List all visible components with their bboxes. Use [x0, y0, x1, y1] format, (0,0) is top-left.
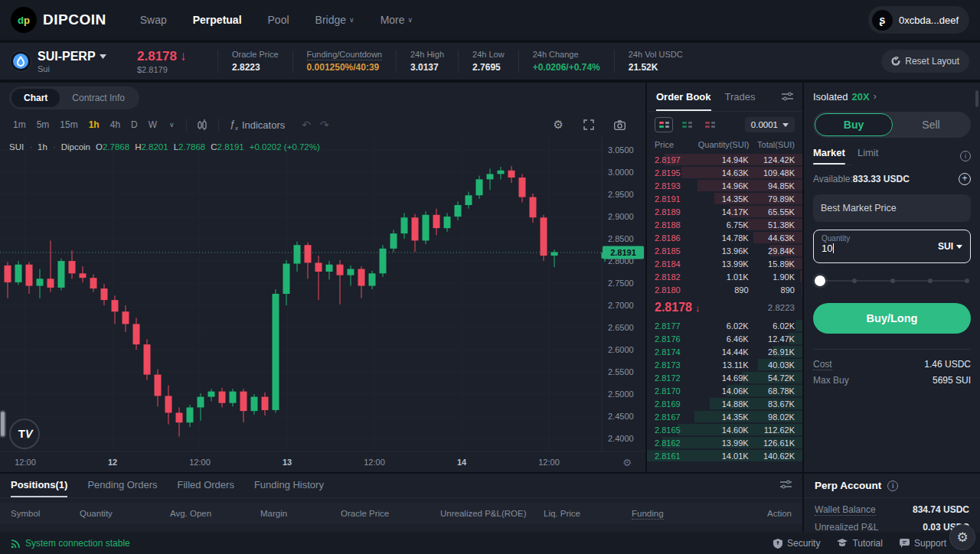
timeframe-1m[interactable]: 1m — [8, 117, 31, 132]
tradingview-logo[interactable]: T𝘝 — [9, 419, 40, 449]
leverage-value[interactable]: 20X — [852, 91, 870, 103]
indicators-button[interactable]: ƒx Indicators — [225, 116, 290, 133]
ask-row[interactable]: 2.81821.01K1.90K — [647, 270, 802, 283]
ask-row[interactable]: 2.818513.96K29.84K — [647, 244, 802, 257]
nav-item-swap[interactable]: Swap — [140, 14, 167, 26]
quantity-unit-dropdown[interactable]: SUI — [938, 241, 962, 252]
margin-mode[interactable]: Isolated — [813, 91, 848, 103]
bid-row[interactable]: 2.816114.01K140.62K — [647, 449, 802, 462]
positions-settings-icon[interactable] — [780, 478, 792, 497]
account-row-label: Unrealized P&L — [815, 522, 878, 532]
stat-value: 21.52K — [629, 62, 683, 73]
ask-row[interactable]: 2.819714.94K124.42K — [647, 153, 802, 166]
undo-icon[interactable]: ↶ — [302, 119, 311, 131]
chart-plot: 3.05003.00002.95002.90002.85002.80002.75… — [0, 136, 645, 472]
tab-funding-history[interactable]: Funding History — [254, 479, 324, 497]
ask-row[interactable]: 2.818413.99K15.89K — [647, 257, 802, 270]
timeframe-4h[interactable]: 4h — [105, 117, 126, 132]
tab-chart[interactable]: Chart — [11, 89, 60, 107]
ob-mode-asks-icon[interactable] — [701, 117, 719, 132]
wallet-button[interactable]: ʂ 0xcbda...deef — [868, 6, 969, 34]
axis-settings-gear-icon[interactable]: ⚙ — [622, 457, 632, 468]
top-nav: dp DIPCOIN SwapPerpetualPoolBridge∨More∨… — [0, 0, 980, 40]
buy-tab[interactable]: Buy — [815, 113, 893, 136]
slider-knob[interactable] — [815, 275, 825, 286]
tab-trades[interactable]: Trades — [725, 83, 756, 111]
leverage-chevron-icon[interactable]: › — [874, 91, 877, 102]
footer-link-security[interactable]: Security — [773, 538, 820, 549]
quantity-value: 10 — [822, 243, 832, 254]
fullscreen-icon[interactable] — [579, 118, 599, 132]
trade-panel-scrollbar[interactable] — [975, 90, 978, 107]
nav-item-pool[interactable]: Pool — [268, 14, 289, 26]
chart-drag-handle[interactable] — [0, 410, 6, 438]
nav-item-more[interactable]: More∨ — [381, 14, 413, 26]
bid-row[interactable]: 2.817414.44K26.91K — [647, 345, 802, 358]
footer-link-support[interactable]: Support — [900, 538, 946, 549]
bid-row[interactable]: 2.816914.88K83.67K — [647, 397, 802, 410]
brand-logo[interactable]: dp DIPCOIN — [11, 7, 106, 33]
order-book-panel: Order Book Trades 0.0001 PriceQuantity(S… — [647, 83, 802, 472]
timeframe-1h[interactable]: 1h — [83, 117, 105, 132]
quantity-slider[interactable] — [815, 275, 969, 286]
svg-text:13: 13 — [283, 458, 292, 467]
redo-icon[interactable]: ↷ — [320, 119, 329, 131]
ask-row[interactable]: 2.81886.75K51.38K — [647, 218, 802, 231]
ob-mode-both-icon[interactable] — [655, 117, 673, 132]
screenshot-camera-icon[interactable] — [609, 119, 630, 132]
bid-row[interactable]: 2.816714.35K98.02K — [647, 410, 802, 423]
deposit-plus-icon[interactable]: + — [959, 173, 971, 185]
bid-row[interactable]: 2.81766.46K12.47K — [647, 332, 802, 345]
chart-settings-gear-icon[interactable]: ⚙ — [549, 116, 568, 133]
reset-layout-button[interactable]: Reset Layout — [881, 50, 969, 73]
tab-limit[interactable]: Limit — [858, 147, 878, 165]
ob-mode-bids-icon[interactable] — [678, 117, 696, 132]
timeframe-5m[interactable]: 5m — [31, 117, 55, 132]
ob-total: 126.61K — [749, 438, 795, 448]
tab-pending-orders[interactable]: Pending Orders — [87, 479, 157, 497]
account-info-icon[interactable]: i — [887, 481, 898, 491]
ask-row[interactable]: 2.818614.78K44.63K — [647, 231, 802, 244]
buy-long-button[interactable]: Buy/Long — [813, 303, 971, 334]
tab-order-book[interactable]: Order Book — [656, 83, 711, 111]
timeframe-more-chevron[interactable]: ∨ — [164, 119, 180, 131]
tab-contract-info[interactable]: Contract Info — [60, 89, 137, 107]
ask-row[interactable]: 2.818914.17K65.55K — [647, 205, 802, 218]
available-value: 833.33 USDC — [853, 174, 910, 184]
order-type-info-icon[interactable]: i — [960, 151, 971, 161]
bid-row[interactable]: 2.817014.06K68.78K — [647, 384, 802, 397]
pair-selector[interactable]: SUI-PERP — [38, 50, 106, 64]
floating-settings-gear-icon[interactable]: ⚙ — [949, 524, 975, 550]
bid-row[interactable]: 2.817313.11K40.03K — [647, 358, 802, 371]
candlestick-chart[interactable]: SUI· 1h· Dipcoin O2.7868 H2.8201 L2.7868… — [0, 136, 645, 472]
bid-row[interactable]: 2.816514.60K112.62K — [647, 423, 802, 436]
tab-market[interactable]: Market — [813, 147, 845, 165]
ask-row[interactable]: 2.819514.63K109.48K — [647, 166, 802, 179]
stat-24h-vol-usdc: 24h Vol USDC21.52K — [614, 50, 697, 73]
precision-dropdown[interactable]: 0.0001 — [745, 117, 795, 132]
tab-positions-1-[interactable]: Positions(1) — [11, 479, 67, 497]
bid-row[interactable]: 2.817214.69K54.72K — [647, 371, 802, 384]
mid-price-row[interactable]: 2.8178↓ 2.8223 — [647, 296, 802, 319]
quantity-input[interactable]: Quantity 10 SUI — [813, 230, 971, 263]
candle-style-icon[interactable] — [193, 118, 212, 132]
account-row-wallet-balance: Wallet Balance834.74 USDC — [804, 498, 980, 516]
sell-tab[interactable]: Sell — [893, 113, 969, 136]
sui-wallet-icon: ʂ — [872, 10, 893, 31]
order-book-settings-icon[interactable] — [782, 90, 793, 104]
ask-row[interactable]: 2.819314.96K94.85K — [647, 179, 802, 192]
column-label: Funding — [632, 509, 664, 520]
ask-row[interactable]: 2.8180890890 — [647, 283, 802, 296]
timeframe-d[interactable]: D — [126, 117, 143, 132]
timeframe-15m[interactable]: 15m — [54, 117, 83, 132]
timeframe-w[interactable]: W — [143, 117, 162, 132]
nav-item-perpetual[interactable]: Perpetual — [193, 14, 242, 26]
bid-row[interactable]: 2.816213.99K126.61K — [647, 436, 802, 449]
last-price: 2.8178↓ — [137, 49, 217, 64]
ask-row[interactable]: 2.819114.35K79.89K — [647, 192, 802, 205]
mid-oracle-price: 2.8223 — [768, 303, 795, 312]
nav-item-bridge[interactable]: Bridge∨ — [315, 14, 354, 26]
footer-link-tutorial[interactable]: Tutorial — [837, 538, 883, 549]
tab-filled-orders[interactable]: Filled Orders — [177, 479, 234, 497]
bid-row[interactable]: 2.81776.02K6.02K — [647, 319, 802, 332]
